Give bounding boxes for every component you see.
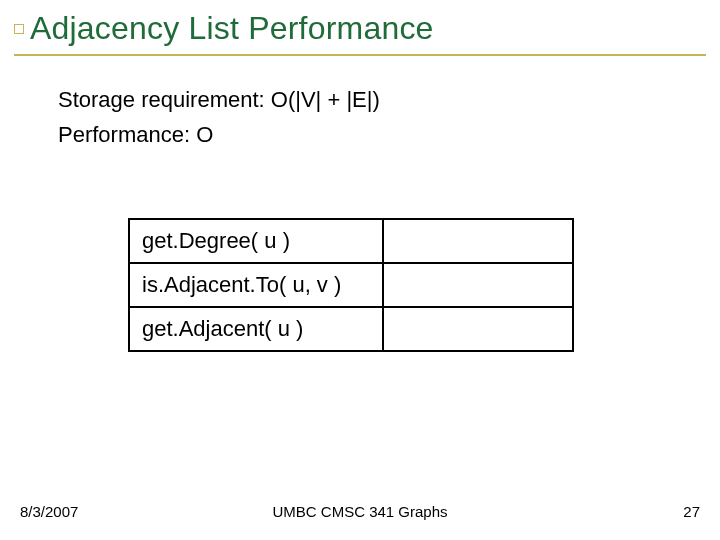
cost-cell <box>383 263 573 307</box>
slide-title: Adjacency List Performance <box>30 10 434 47</box>
footer-page-number: 27 <box>683 503 700 520</box>
table-row: is.Adjacent.To( u, v ) <box>129 263 573 307</box>
performance-line: Performance: O <box>58 117 380 152</box>
title-bullet-icon <box>14 24 24 34</box>
footer-center: UMBC CMSC 341 Graphs <box>0 503 720 520</box>
title-underline <box>14 54 706 56</box>
title-bar: Adjacency List Performance <box>14 10 434 47</box>
performance-table: get.Degree( u ) is.Adjacent.To( u, v ) g… <box>128 218 574 352</box>
body-area: Storage requirement: O(|V| + |E|) Perfor… <box>58 82 380 152</box>
storage-line: Storage requirement: O(|V| + |E|) <box>58 82 380 117</box>
cost-cell <box>383 307 573 351</box>
table-row: get.Degree( u ) <box>129 219 573 263</box>
op-cell: get.Degree( u ) <box>129 219 383 263</box>
op-cell: get.Adjacent( u ) <box>129 307 383 351</box>
cost-cell <box>383 219 573 263</box>
table-row: get.Adjacent( u ) <box>129 307 573 351</box>
op-cell: is.Adjacent.To( u, v ) <box>129 263 383 307</box>
